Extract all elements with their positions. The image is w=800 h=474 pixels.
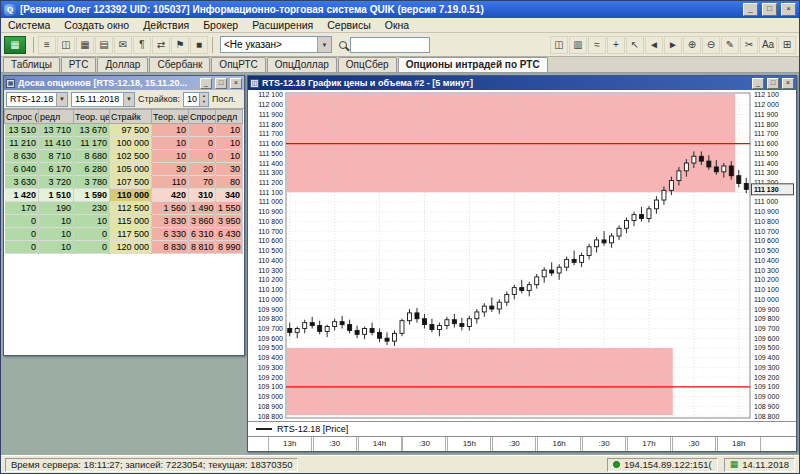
option-row[interactable]: 6 0406 1706 280105 000302030 [5,163,243,176]
option-row[interactable]: 0100117 5006 3306 3106 430 [5,228,243,241]
option-cell[interactable]: 13 510 [5,124,39,137]
crosshair-icon[interactable]: + [607,36,625,54]
menu-item[interactable]: Система [1,18,57,33]
menu-item[interactable]: Расширения [245,18,320,33]
minimize-button[interactable]: _ [752,78,764,89]
option-cell[interactable]: 10 [216,150,243,163]
option-cell[interactable]: 11 410 [39,137,74,150]
tab[interactable]: Таблицы [3,57,60,72]
time-axis[interactable]: 13h:3014h:3015h:3016h:3017h:3018h [248,436,796,451]
maximize-button[interactable]: □ [767,78,779,89]
option-row[interactable]: 1 4201 5101 590110 000420310340 [5,189,243,202]
chevron-down-icon[interactable]: ▼ [56,93,67,106]
chevron-down-icon[interactable]: ▼ [317,37,331,52]
option-cell[interactable]: 13 670 [74,124,110,137]
option-cell[interactable]: 310 [189,189,216,202]
menu-item[interactable]: Создать окно [57,18,136,33]
option-cell[interactable]: 110 000 [110,189,152,202]
menu-item[interactable]: Окна [378,18,416,33]
option-cell[interactable]: 1 560 [152,202,189,215]
chevron-down-icon[interactable]: ▼ [123,93,134,106]
search-input[interactable] [350,37,430,53]
option-cell[interactable]: 100 000 [110,137,152,150]
tab[interactable]: Сбербанк [149,57,210,72]
option-cell[interactable]: 10 [39,241,74,254]
option-cell[interactable]: 3 720 [39,176,74,189]
column-header[interactable]: Спрос (П [5,110,39,124]
option-cell[interactable]: 70 [189,176,216,189]
expiry-date-combo[interactable]: 15.11.2018 ▼ [71,92,135,107]
option-cell[interactable]: 10 [39,228,74,241]
option-cell[interactable]: 105 000 [110,163,152,176]
option-cell[interactable]: 10 [74,215,110,228]
option-cell[interactable]: 102 500 [110,150,152,163]
option-cell[interactable]: 170 [5,202,39,215]
column-header[interactable]: Теор. цена П [152,110,189,124]
flag-icon[interactable]: ⚑ [171,36,189,54]
line-chart-icon[interactable]: ≈ [588,36,606,54]
option-cell[interactable]: 0 [189,124,216,137]
option-row[interactable]: 3 6303 7203 780107 5001107080 [5,176,243,189]
option-cell[interactable]: 10 [216,124,243,137]
export-icon[interactable]: ⇄ [152,36,170,54]
instrument-combo[interactable]: <Не указан> ▼ [220,36,332,53]
option-cell[interactable]: 30 [152,163,189,176]
option-cell[interactable]: 0 [5,241,39,254]
option-row[interactable]: 11 21011 41011 170100 00010010 [5,137,243,150]
stepper-down-icon[interactable]: ▼ [200,99,208,106]
option-cell[interactable]: 80 [216,176,243,189]
option-cell[interactable]: 10 [152,137,189,150]
option-cell[interactable]: 3 630 [5,176,39,189]
tab[interactable]: ОпцРТС [211,57,265,72]
option-cell[interactable]: 115 000 [110,215,152,228]
strikes-stepper[interactable]: 10 ▲ ▼ [183,92,209,107]
column-header[interactable]: Спрос (П [189,110,216,124]
option-cell[interactable]: 3 830 [152,215,189,228]
option-cell[interactable]: 117 500 [110,228,152,241]
option-cell[interactable]: 8 810 [189,241,216,254]
close-button[interactable]: × [781,3,796,16]
option-cell[interactable]: 110 [152,176,189,189]
minimize-button[interactable]: _ [743,3,758,16]
column-header[interactable]: редл [216,110,243,124]
pan-left-icon[interactable]: ◄ [645,36,663,54]
minimize-button[interactable]: _ [200,78,212,89]
grid-icon[interactable]: ⊞ [778,36,796,54]
option-cell[interactable]: 8 630 [5,150,39,163]
price-chart[interactable]: 108 800108 800108 900108 900109 000109 0… [248,90,796,421]
option-cell[interactable]: 20 [189,163,216,176]
menu-item[interactable]: Брокер [196,18,245,33]
option-cell[interactable]: 0 [74,228,110,241]
option-cell[interactable]: 230 [74,202,110,215]
option-cell[interactable]: 3 780 [74,176,110,189]
option-cell[interactable]: 8 830 [152,241,189,254]
chart-window-titlebar[interactable]: ◫ RTS-12.18 График цены и объема #2 - [5… [248,76,796,90]
options-window-titlebar[interactable]: ▦ Доска опционов [RTS-12.18, 15.11.20...… [4,76,244,90]
option-cell[interactable]: 11 170 [74,137,110,150]
option-cell[interactable]: 0 [74,241,110,254]
option-cell[interactable]: 1 490 [189,202,216,215]
option-cell[interactable]: 1 590 [74,189,110,202]
candles-icon[interactable]: ◫ [550,36,568,54]
new-chart-icon[interactable]: ◫ [57,36,75,54]
option-cell[interactable]: 1 510 [39,189,74,202]
order-book-icon[interactable]: ≡ [38,36,56,54]
option-cell[interactable]: 10 [216,137,243,150]
option-cell[interactable]: 6 170 [39,163,74,176]
option-cell[interactable]: 6 430 [216,228,243,241]
pointer-icon[interactable]: ↖ [626,36,644,54]
menu-item[interactable]: Сервисы [320,18,378,33]
option-cell[interactable]: 13 710 [39,124,74,137]
close-button[interactable]: × [782,78,794,89]
option-row[interactable]: 13 51013 71013 67097 50010010 [5,124,243,137]
option-cell[interactable]: 8 990 [216,241,243,254]
option-cell[interactable]: 6 330 [152,228,189,241]
quotes-icon[interactable]: ▤ [95,36,113,54]
option-row[interactable]: 170190230112 5001 5601 4901 550 [5,202,243,215]
tab[interactable]: ОпцДоллар [267,57,337,72]
option-cell[interactable]: 10 [152,150,189,163]
terminal-icon[interactable]: ▦ [4,36,26,54]
option-cell[interactable]: 0 [5,228,39,241]
options-instrument-combo[interactable]: RTS-12.18 ▼ [6,92,68,107]
maximize-button[interactable]: □ [215,78,227,89]
